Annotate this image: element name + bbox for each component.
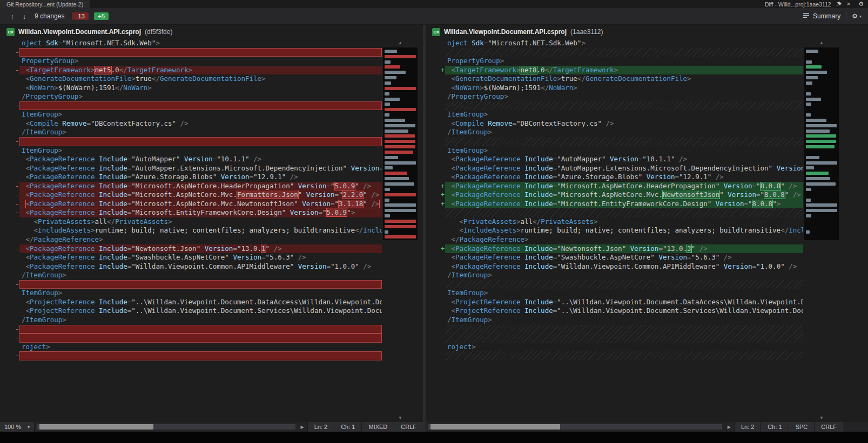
code-line: + <PackageReference Include="Microsoft.E… (426, 200, 803, 209)
code-line: ItemGroup> (426, 146, 803, 155)
code-line: roject> (0, 343, 382, 352)
scroll-up-icon[interactable]: ▲ (803, 39, 840, 47)
minimap-document[interactable] (804, 47, 839, 240)
diff-window-title: Diff - Willd...proj:1aae3112 (765, 1, 831, 8)
eol-indicator: CRLF (814, 422, 843, 432)
next-change-button[interactable]: ↓ (18, 12, 30, 21)
previous-change-button[interactable]: ↑ (6, 12, 18, 21)
toolbar-separator (846, 12, 846, 21)
titlebar-gear-icon[interactable]: ⚙ (858, 1, 864, 8)
code-line: <IncludeAssets>runtime; build; native; c… (0, 226, 382, 235)
code-line: /PropertyGroup> (0, 92, 382, 101)
code-line: <NoWarn>$(NoWarn);1591</NoWarn> (0, 84, 382, 93)
minimap-document[interactable] (383, 47, 418, 240)
code-line: <PackageReference Include="AutoMapper.Ex… (426, 164, 803, 173)
added-line-marker-icon: + (441, 66, 445, 75)
added-line-marker-icon: + (441, 200, 445, 209)
scrollbar-thumb[interactable] (430, 424, 560, 430)
code-line (426, 280, 803, 289)
close-icon[interactable]: × (847, 1, 850, 7)
code-line (426, 325, 803, 334)
code-line: <PackageReference Include="AutoMapper" V… (426, 155, 803, 164)
deleted-line-marker-icon: - (15, 200, 19, 209)
code-line: <ProjectReference Include="..\Willdan.Vi… (426, 298, 803, 307)
code-line: <PackageReference Include="AutoMapper.Ex… (0, 164, 382, 173)
code-line: /ItemGroup> (0, 271, 382, 280)
summary-label: Summary (813, 12, 840, 20)
file-name: Willdan.Viewpoint.Document.API.csproj (444, 28, 567, 36)
diff-settings-button[interactable]: ⚙ ▾ (852, 12, 862, 20)
code-line: <GenerateDocumentationFile>true</Generat… (0, 74, 382, 84)
scroll-right-icon[interactable]: ▶ (724, 422, 734, 432)
chevron-down-icon: ▾ (859, 14, 862, 19)
minimap-scrollbar-old[interactable]: ▲ ▼ (382, 39, 423, 422)
code-line: oject Sdk="Microsoft.NET.Sdk.Web"> (426, 39, 803, 48)
code-line: <ProjectReference Include="..\Willdan.Vi… (426, 306, 803, 316)
scroll-down-icon[interactable]: ▼ (803, 414, 840, 422)
changes-count-label: 9 changes (35, 12, 64, 20)
deletions-badge: -13 (72, 12, 89, 20)
code-editor-new[interactable]: oject Sdk="Microsoft.NET.Sdk.Web">Proper… (426, 39, 803, 422)
csproj-file-icon: C# (432, 28, 440, 36)
code-line: <PackageReference Include="Azure.Storage… (426, 173, 803, 182)
deleted-line-marker-icon: - (15, 137, 19, 146)
scroll-down-icon[interactable]: ▼ (382, 414, 419, 422)
horizontal-scrollbar[interactable] (37, 424, 295, 430)
code-line: /ItemGroup> (426, 128, 803, 137)
code-line: roject> (426, 343, 803, 352)
horizontal-scrollbar[interactable] (428, 424, 722, 430)
bottom-strip (0, 432, 868, 443)
summary-button[interactable]: Summary (803, 12, 840, 21)
code-line: <IncludeAssets>runtime; build; native; c… (426, 226, 803, 235)
code-line: - (0, 351, 382, 360)
code-line: ItemGroup> (0, 289, 382, 298)
deleted-line-marker-icon: - (15, 333, 19, 343)
statusbar-old: 100 % ▾ ▶ Ln: 2 Ch: 1 MIXED CRLF (0, 422, 423, 432)
code-line: + <PackageReference Include="Microsoft.A… (426, 182, 803, 191)
pin-icon[interactable] (836, 1, 842, 7)
code-line (426, 333, 803, 343)
code-line: - <PackageReference Include="Microsoft.A… (0, 190, 382, 200)
code-line: <GenerateDocumentationFile>true</Generat… (426, 74, 803, 84)
vs-diff-window: Git Repository...ent (Update-2) Diff - W… (0, 0, 868, 443)
file-header-old: C# Willdan.Viewpoint.Document.API.csproj… (0, 25, 423, 39)
line-indicator: Ln: 2 (734, 422, 761, 432)
code-line: - <PackageReference Include="Microsoft.E… (0, 208, 382, 217)
scrollbar-thumb[interactable] (39, 424, 153, 430)
deleted-line-marker-icon: - (15, 280, 19, 289)
code-line: /PropertyGroup> (426, 92, 803, 101)
diff-toolbar: ↑ ↓ 9 changes -13 +5 Summary ⚙ ▾ (0, 8, 868, 25)
file-name: Willdan.Viewpoint.Document.API.csproj (18, 28, 141, 36)
diff-pane-new: C# Willdan.Viewpoint.Document.API.csproj… (426, 25, 868, 432)
deleted-line-marker-icon: - (15, 101, 19, 111)
code-line (426, 208, 803, 217)
zoom-level: 100 % (4, 424, 21, 430)
code-line: </PackageReference> (0, 235, 382, 244)
scroll-up-icon[interactable]: ▲ (382, 39, 419, 47)
zoom-control[interactable]: 100 % ▾ (0, 422, 35, 432)
code-line: <Compile Remove="DBContextFactory.cs" /> (0, 119, 382, 128)
code-line: <PrivateAssets>all</PrivateAssets> (0, 217, 382, 227)
commit-hash: (df5f3fde) (145, 28, 172, 36)
code-line: PropertyGroup> (0, 57, 382, 66)
code-line: <PackageReference Include="Swashbuckle.A… (0, 253, 382, 262)
added-line-marker-icon: + (441, 190, 445, 200)
deleted-line-marker-icon: - (15, 351, 19, 360)
code-line: ItemGroup> (426, 110, 803, 119)
code-line: /ItemGroup> (0, 128, 382, 137)
code-editor-old[interactable]: oject Sdk="Microsoft.NET.Sdk.Web">-Prope… (0, 39, 382, 422)
deleted-line-marker-icon: - (15, 190, 19, 200)
code-line: <ProjectReference Include="..\Willdan.Vi… (0, 298, 382, 307)
diff-main: C# Willdan.Viewpoint.Document.API.csproj… (0, 25, 868, 432)
git-repository-tab[interactable]: Git Repository...ent (Update-2) (0, 0, 90, 8)
csproj-file-icon: C# (6, 28, 15, 36)
scroll-right-icon[interactable]: ▶ (298, 422, 307, 432)
summary-icon (803, 12, 810, 21)
code-line: <PackageReference Include="Willdan.Viewp… (0, 262, 382, 271)
code-line: <PrivateAssets>all</PrivateAssets> (426, 217, 803, 227)
deleted-line-marker-icon: - (15, 325, 19, 334)
code-line: - <TargetFramework>net5.0</TargetFramewo… (0, 66, 382, 75)
minimap-scrollbar-new[interactable]: ▲ ▼ (803, 39, 868, 422)
code-line: <ProjectReference Include="..\Willdan.Vi… (0, 306, 382, 316)
code-line: ItemGroup> (426, 289, 803, 298)
